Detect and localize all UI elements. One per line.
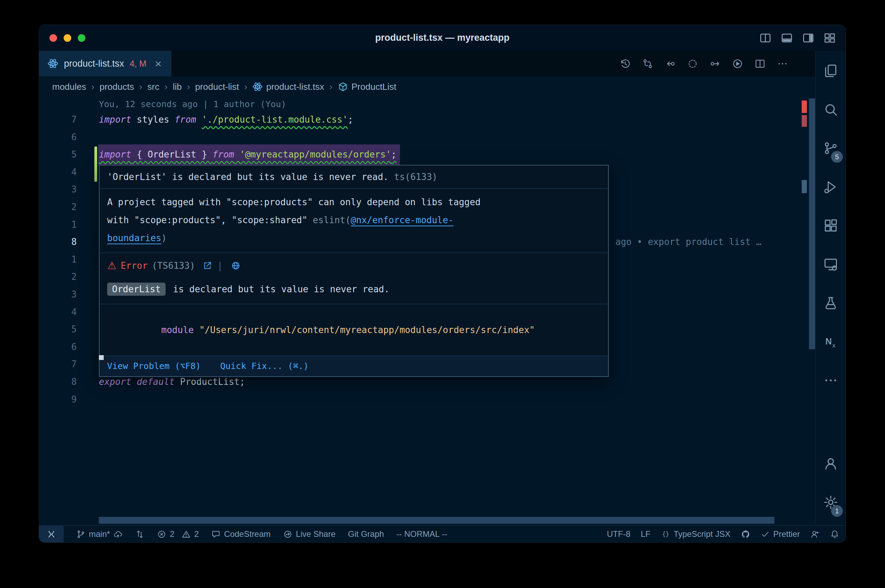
breadcrumb-item-product-list-tsx[interactable]: product-list.tsx	[252, 81, 324, 92]
react-icon	[252, 81, 263, 92]
status-language[interactable]: {}TypeScript JSX	[661, 526, 730, 542]
bell-icon	[830, 530, 839, 539]
breadcrumb-item-productlist[interactable]: ProductList	[338, 81, 397, 92]
layout-grid-icon[interactable]	[823, 32, 836, 44]
remote-explorer-icon	[823, 257, 838, 272]
zoom-button[interactable]	[78, 34, 86, 42]
minimize-button[interactable]	[64, 34, 71, 42]
split-editor-icon[interactable]	[754, 58, 766, 69]
line-number: 6	[39, 129, 77, 146]
activity-settings[interactable]: 1	[816, 483, 846, 522]
activity-more-views[interactable]	[816, 361, 846, 400]
activity-nx-console[interactable]: Nx	[816, 322, 846, 361]
status-github[interactable]	[741, 526, 750, 542]
remote-icon	[47, 530, 56, 539]
run-all-icon[interactable]	[709, 58, 721, 69]
chip-message: is declared but its value is never read.	[168, 284, 390, 294]
activity-explorer[interactable]	[816, 51, 846, 90]
hover-actions: View Problem (⌥F8)Quick Fix... (⌘.)	[99, 356, 608, 376]
overview-ruler-error-mark	[802, 115, 807, 127]
status-right-group: UTF-8LF{}TypeScript JSXPrettier	[607, 526, 839, 542]
layout-sidebar-right-icon[interactable]	[802, 32, 814, 44]
status-live-share[interactable]: Live Share	[283, 526, 336, 542]
activity-testing[interactable]	[816, 284, 846, 322]
history-icon[interactable]	[619, 58, 631, 69]
eslint-rule-link[interactable]: boundaries	[107, 233, 161, 243]
status-codestream[interactable]: CodeStream	[211, 526, 271, 542]
status-feedback[interactable]	[810, 526, 820, 542]
activity-bottom-group: 1	[816, 444, 846, 525]
status-vim-mode[interactable]: -- NORMAL --	[397, 526, 447, 542]
overview-ruler-info-mark	[802, 180, 807, 193]
breadcrumb-item-modules[interactable]: modules	[52, 81, 86, 92]
close-button[interactable]	[50, 34, 57, 42]
line-number: 2	[39, 268, 77, 286]
status-git-graph[interactable]: Git Graph	[348, 526, 384, 542]
globe-icon[interactable]	[231, 261, 240, 270]
circle-dotted-icon[interactable]	[687, 58, 698, 69]
nx-icon: Nx	[823, 334, 838, 349]
vertical-scrollbar[interactable]	[809, 99, 815, 349]
hover-action-quick-fix[interactable]: Quick Fix... (⌘.)	[220, 360, 309, 372]
run-icon[interactable]	[732, 58, 743, 69]
run-debug-icon	[823, 179, 838, 195]
line-number: 9	[39, 391, 77, 408]
symbol-class-icon	[338, 81, 348, 92]
extensions-icon	[823, 218, 838, 233]
editor[interactable]: You, 12 seconds ago | 1 author (You) 765…	[39, 97, 816, 525]
hover-action-view-problem[interactable]: View Problem (⌥F8)	[107, 360, 201, 372]
window-title: product-list.tsx — myreactapp	[39, 33, 846, 43]
status-label: TypeScript JSX	[674, 529, 730, 539]
files-icon	[823, 63, 838, 78]
lint-line: A project tagged with "scope:products" c…	[107, 193, 601, 211]
status-label: main*	[89, 529, 110, 539]
line-number: 8	[39, 233, 77, 251]
breadcrumb-item-products[interactable]: products	[99, 81, 134, 92]
layout-columns-icon[interactable]	[759, 32, 772, 44]
layout-panel-icon[interactable]	[781, 32, 793, 44]
beaker-icon	[823, 296, 838, 310]
open-external-icon[interactable]	[203, 261, 212, 270]
breadcrumb-label: modules	[52, 81, 86, 92]
open-changes-icon[interactable]	[664, 58, 676, 69]
status-eol[interactable]: LF	[641, 526, 651, 542]
activity-top-group: 5Nx	[816, 51, 846, 400]
code-line[interactable]: import styles from './product-list.modul…	[99, 111, 353, 129]
status-branch[interactable]: main*	[76, 526, 123, 542]
breadcrumb-label: lib	[173, 81, 182, 92]
breadcrumb-item-lib[interactable]: lib	[173, 81, 182, 92]
account-icon	[823, 456, 838, 471]
eslint-rule-link[interactable]: @nx/enforce-module-	[350, 215, 453, 225]
separator: |	[217, 260, 222, 272]
status-prettier[interactable]: Prettier	[760, 526, 800, 542]
error-label: Error	[121, 260, 147, 272]
gutter-change-indicator	[95, 147, 97, 182]
tab-product-list[interactable]: product-list.tsx 4, M ×	[39, 51, 171, 76]
breadcrumb-item-src[interactable]: src	[147, 81, 159, 92]
badge: 1	[831, 505, 843, 517]
status-encoding[interactable]: UTF-8	[607, 526, 631, 542]
activity-search[interactable]	[816, 90, 846, 129]
horizontal-scrollbar[interactable]	[99, 517, 774, 524]
line-number: 3	[39, 181, 77, 198]
status-problems[interactable]: 22	[157, 526, 199, 542]
activity-accounts[interactable]	[816, 444, 846, 483]
activity-remote-explorer[interactable]	[816, 245, 846, 284]
compare-arrows-icon	[135, 530, 144, 539]
status-compare[interactable]	[135, 526, 144, 542]
breadcrumb-label: product-list.tsx	[266, 81, 324, 92]
status-notifications[interactable]	[830, 526, 839, 542]
code-line[interactable]: import { OrderList } from '@myreactapp/m…	[99, 146, 397, 164]
activity-extensions[interactable]	[816, 206, 846, 245]
git-compare-icon[interactable]	[642, 58, 654, 69]
more-actions-icon[interactable]	[777, 58, 788, 69]
status-remote[interactable]	[39, 526, 64, 542]
breadcrumb-item-product-list[interactable]: product-list	[195, 81, 239, 92]
activity-source-control[interactable]: 5	[816, 129, 846, 168]
line-number: 6	[39, 338, 77, 356]
github-icon	[741, 530, 750, 539]
error-count: 2	[170, 529, 174, 539]
tab-close-icon[interactable]: ×	[155, 58, 162, 69]
hover-resize-grip[interactable]	[99, 355, 104, 360]
activity-run-debug[interactable]	[816, 168, 846, 206]
